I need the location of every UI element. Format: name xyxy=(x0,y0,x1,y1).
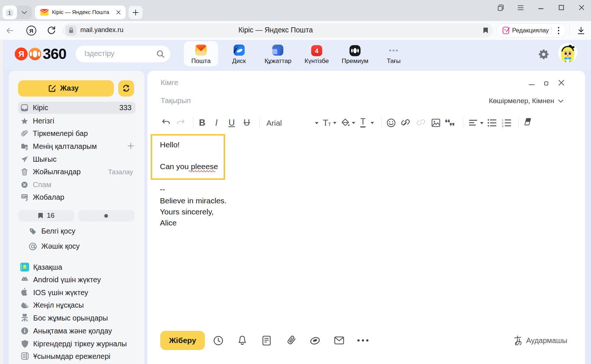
svg-text:1: 1 xyxy=(8,10,11,16)
svg-text:Я: Я xyxy=(18,49,24,59)
svg-text:Я: Я xyxy=(29,28,34,34)
svg-text:3: 3 xyxy=(502,125,503,127)
svg-text:4: 4 xyxy=(315,48,319,55)
